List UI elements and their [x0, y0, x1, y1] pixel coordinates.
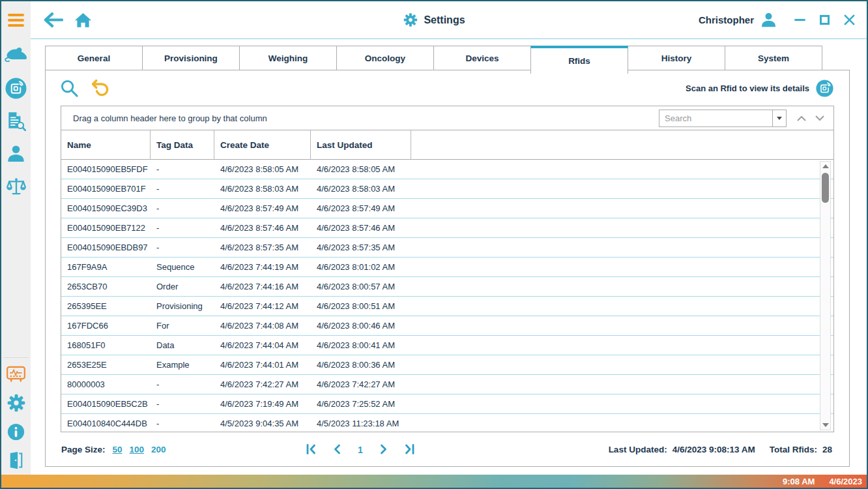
table-row[interactable]: E004015090EB5FDF - 4/6/2023 8:58:05 AM 4…	[61, 160, 833, 179]
tab-bar: General Provisioning Weighing Oncology D…	[45, 46, 850, 70]
tab-label: System	[758, 53, 789, 63]
home-button[interactable]	[74, 12, 93, 29]
table-row[interactable]: E004010840C444DB - 4/5/2023 9:04:35 AM 4…	[61, 414, 833, 432]
tab-label: History	[661, 53, 692, 63]
table-row[interactable]: 167F9A9A Sequence 4/6/2023 7:44:19 AM 4/…	[61, 258, 833, 277]
search-icon	[60, 79, 79, 98]
sidebar-item-users[interactable]	[1, 137, 31, 170]
cell-create-date: 4/6/2023 7:44:08 AM	[214, 321, 311, 331]
maximize-button[interactable]	[816, 12, 833, 29]
tab-devices[interactable]: Devices	[433, 46, 531, 70]
table-row[interactable]: 2653CB70 Order 4/6/2023 7:44:16 AM 4/6/2…	[61, 277, 833, 297]
scrollbar-thumb[interactable]	[822, 173, 829, 203]
close-icon	[843, 14, 856, 26]
cell-tag-data: Example	[151, 360, 214, 370]
triangle-up-icon	[822, 164, 829, 168]
mouse-animal-icon	[4, 46, 28, 65]
next-page-button[interactable]	[380, 444, 388, 455]
first-page-button[interactable]	[306, 444, 316, 455]
rfids-panel: Scan an Rfid to view its details	[45, 70, 850, 467]
sidebar-divider	[3, 357, 29, 358]
tab-weighing[interactable]: Weighing	[239, 46, 337, 70]
grid-search-input[interactable]	[659, 110, 772, 126]
column-header-tag-data[interactable]: Tag Data	[151, 130, 214, 159]
tab-oncology[interactable]: Oncology	[336, 46, 434, 70]
user-avatar[interactable]	[760, 12, 777, 28]
sidebar-item-device[interactable]	[1, 360, 31, 389]
scroll-up-button[interactable]	[820, 162, 830, 171]
cell-name: 167F9A9A	[61, 262, 151, 272]
grid-search	[659, 110, 787, 127]
close-button[interactable]	[841, 12, 858, 29]
last-page-button[interactable]	[405, 444, 414, 455]
table-row[interactable]: E004015090EBDB97 - 4/6/2023 8:57:35 AM 4…	[61, 238, 833, 258]
sidebar-item-about[interactable]	[1, 417, 31, 446]
vertical-scrollbar[interactable]	[820, 161, 831, 430]
cell-name: E004015090EBDB97	[61, 243, 151, 252]
page-size-50[interactable]: 50	[113, 445, 123, 454]
cell-tag-data: -	[151, 164, 214, 174]
user-name[interactable]: Christopher	[699, 14, 754, 25]
page-size-100[interactable]: 100	[130, 445, 145, 454]
search-button[interactable]	[60, 79, 79, 98]
tab-label: Weighing	[268, 53, 308, 63]
sidebar-item-settings[interactable]	[1, 389, 31, 417]
table-row[interactable]: 265395EE Provisioning 4/6/2023 7:44:12 A…	[61, 297, 833, 316]
menu-button[interactable]	[1, 1, 31, 39]
find-previous-button[interactable]	[796, 111, 807, 125]
cell-last-updated: 4/6/2023 7:42:27 AM	[311, 379, 411, 389]
back-button[interactable]	[44, 12, 63, 28]
table-row[interactable]: 80000003 - 4/6/2023 7:42:27 AM 4/6/2023 …	[61, 375, 833, 394]
sidebar-item-rfid[interactable]	[1, 72, 31, 104]
undo-arrow-icon	[90, 78, 109, 98]
tab-provisioning[interactable]: Provisioning	[142, 46, 240, 70]
tab-label: Rfids	[568, 56, 590, 66]
cell-tag-data: Order	[151, 282, 214, 291]
cell-tag-data: -	[151, 203, 214, 213]
exit-door-icon	[8, 451, 23, 469]
group-by-dropzone[interactable]: Drag a column header here to group by th…	[61, 106, 833, 130]
minimize-button[interactable]	[791, 12, 808, 29]
sidebar-item-weighing[interactable]	[1, 170, 31, 202]
grid-header-row: Name Tag Data Create Date Last Updated	[61, 130, 833, 160]
balance-scale-icon	[6, 176, 27, 196]
scrollbar-track[interactable]	[820, 171, 830, 421]
sidebar-item-animals[interactable]	[1, 39, 31, 72]
table-row[interactable]: E004015090EC39D3 - 4/6/2023 8:57:49 AM 4…	[61, 199, 833, 218]
table-row[interactable]: 167FDC66 For 4/6/2023 7:44:08 AM 4/6/202…	[61, 316, 833, 336]
cell-last-updated: 4/6/2023 8:57:35 AM	[311, 243, 411, 252]
scroll-down-button[interactable]	[820, 421, 830, 430]
tab-history[interactable]: History	[628, 46, 725, 70]
pager-bar: Page Size: 50100200 1	[46, 432, 849, 466]
column-header-last-updated[interactable]: Last Updated	[311, 130, 411, 159]
refresh-undo-button[interactable]	[90, 78, 109, 98]
find-next-button[interactable]	[814, 111, 826, 125]
cell-name: E004015090EC39D3	[61, 203, 151, 213]
table-row[interactable]: 2653E25E Example 4/6/2023 7:44:01 AM 4/6…	[61, 355, 833, 375]
previous-page-button[interactable]	[333, 444, 341, 455]
sidebar-item-exit[interactable]	[1, 446, 31, 475]
table-row[interactable]: E004015090EB701F - 4/6/2023 8:58:03 AM 4…	[61, 179, 833, 199]
cell-last-updated: 4/6/2023 8:01:02 AM	[311, 262, 411, 272]
cell-last-updated: 4/6/2023 8:58:05 AM	[311, 164, 411, 174]
table-row[interactable]: 168051F0 Data 4/6/2023 7:44:04 AM 4/6/20…	[61, 336, 833, 355]
tab-label: Oncology	[365, 53, 405, 63]
window-title: Settings	[403, 1, 465, 38]
cell-tag-data: -	[151, 223, 214, 233]
sidebar-item-reports[interactable]	[1, 104, 31, 137]
search-dropdown-button[interactable]	[772, 110, 786, 126]
cell-tag-data: -	[151, 419, 214, 428]
scan-rfid-button[interactable]	[816, 80, 833, 97]
cell-last-updated: 4/6/2023 8:00:36 AM	[311, 360, 411, 370]
sidebar	[1, 39, 31, 475]
column-header-filler	[411, 130, 833, 159]
table-row[interactable]: E004015090EB5C2B - 4/6/2023 7:19:49 AM 4…	[61, 394, 833, 414]
person-icon	[7, 144, 25, 163]
tab-rfids[interactable]: Rfids	[530, 46, 628, 74]
tab-general[interactable]: General	[45, 46, 143, 70]
table-row[interactable]: E004015090EB7122 - 4/6/2023 8:57:46 AM 4…	[61, 218, 833, 238]
tab-system[interactable]: System	[725, 46, 822, 70]
column-header-name[interactable]: Name	[61, 130, 151, 159]
page-size-200[interactable]: 200	[151, 445, 166, 454]
column-header-create-date[interactable]: Create Date	[214, 130, 311, 159]
